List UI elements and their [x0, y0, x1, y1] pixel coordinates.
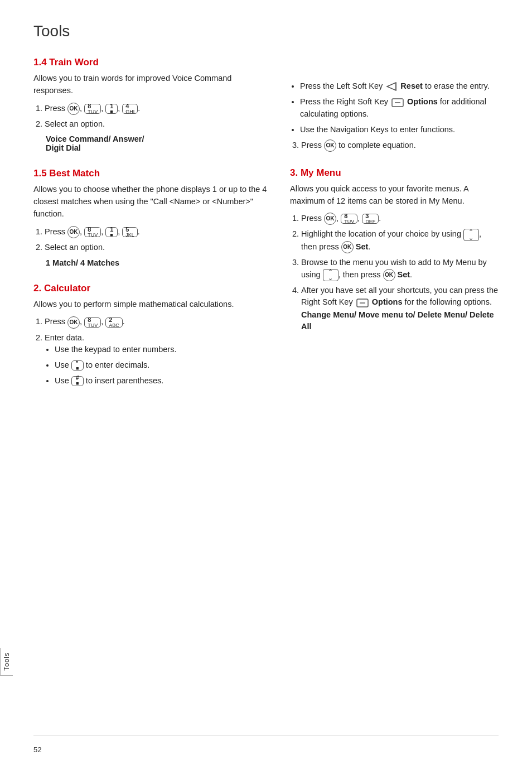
- section-desc-best-match: Allows you to choose whether the phone d…: [33, 184, 268, 220]
- two-column-layout: 1.4 Train Word Allows you to train words…: [33, 57, 499, 403]
- my-menu-step-2: Highlight the location of your choice by…: [301, 228, 499, 253]
- left-column: 1.4 Train Word Allows you to train words…: [33, 57, 268, 403]
- my-menu-step-4: After you have set all your shortcuts, y…: [301, 285, 499, 333]
- key-5jkl: 5JKL: [122, 227, 138, 237]
- section-calculator: 2. Calculator Allows you to perform simp…: [33, 283, 268, 387]
- section-my-menu: 3. My Menu Allows you quick access to yo…: [290, 167, 499, 333]
- key-1: 1■: [105, 104, 118, 114]
- best-match-step-1: Press OK, 8TUV, 1■, 5JKL.: [45, 226, 268, 238]
- calc-right-section: Press the Left Soft Key Reset to erase t…: [290, 80, 499, 152]
- best-match-steps: Press OK, 8TUV, 1■, 5JKL. Select an opti…: [45, 226, 268, 254]
- train-word-steps: Press OK, 8TUV, 1■, 4GHI. Select an opti…: [45, 103, 268, 131]
- calc-bullet-3: Use #■ to insert parentheses.: [55, 375, 268, 387]
- my-menu-steps: Press OK, 8TUV, 3DEF. Highlight the loca…: [301, 213, 499, 333]
- calc-bullet-2: Use *■ to enter decimals.: [55, 359, 268, 372]
- calc-step3-list: Press OK to complete equation.: [301, 139, 499, 152]
- calc-right-bullets: Press the Left Soft Key Reset to erase t…: [300, 80, 499, 136]
- key-ok-calc: OK: [67, 316, 80, 329]
- svg-marker-0: [387, 83, 396, 90]
- side-tab: Tools: [0, 648, 13, 676]
- nav-key-2: ⌃⌄: [463, 229, 479, 241]
- nav-key-3: ⌃⌄: [323, 269, 338, 281]
- key-ok-calc3: OK: [324, 139, 336, 152]
- calculator-steps: Press OK, 8TUV, 2ABC. Enter data. Use th…: [45, 316, 268, 387]
- section-title-best-match: 1.5 Best Match: [33, 168, 268, 179]
- train-word-step-2: Select an option.: [45, 118, 268, 131]
- key-ok-mm2: OK: [341, 241, 354, 253]
- train-word-step-1: Press OK, 8TUV, 1■, 4GHI.: [45, 103, 268, 115]
- key-1-bm: 1■: [105, 227, 118, 237]
- calc-step-2: Enter data. Use the keypad to enter numb…: [45, 332, 268, 387]
- page-number: 52: [33, 745, 41, 754]
- calc-bullet-nav: Use the Navigation Keys to enter functio…: [300, 124, 499, 136]
- section-title-my-menu: 3. My Menu: [290, 167, 499, 179]
- key-2abc: 2ABC: [105, 317, 123, 328]
- set-label-3: Set: [398, 270, 410, 279]
- key-8tuv-bm: 8TUV: [84, 227, 101, 237]
- best-match-step-2: Select an option.: [45, 242, 268, 254]
- set-label-2: Set: [356, 242, 369, 251]
- my-menu-step-1: Press OK, 8TUV, 3DEF.: [301, 213, 499, 225]
- key-ok: OK: [67, 103, 80, 115]
- page-container: Tools 1.4 Train Word Allows you to train…: [0, 0, 532, 765]
- page-divider: [33, 735, 499, 735]
- my-menu-step-3: Browse to the menu you wish to add to My…: [301, 257, 499, 281]
- right-soft-key-icon: [391, 96, 404, 108]
- right-column: Press the Left Soft Key Reset to erase t…: [290, 57, 499, 403]
- options-label-mm: Options: [372, 297, 403, 306]
- key-4ghi: 4GHI: [122, 104, 138, 114]
- key-ok-mm: OK: [324, 213, 336, 225]
- section-desc-my-menu: Allows you quick access to your favorite…: [290, 183, 499, 208]
- key-ok-mm3: OK: [383, 269, 395, 281]
- left-soft-key-icon: [386, 80, 397, 93]
- right-soft-key-icon-mm: [356, 297, 369, 309]
- calc-bullets: Use the keypad to enter numbers. Use *■ …: [55, 344, 268, 387]
- calc-step-1: Press OK, 8TUV, 2ABC.: [45, 316, 268, 328]
- calc-bullet-reset: Press the Left Soft Key Reset to erase t…: [300, 80, 499, 93]
- key-hash: #■: [71, 376, 84, 386]
- key-star: *■: [71, 360, 84, 371]
- options-label-calc: Options: [407, 97, 438, 106]
- key-8tuv-calc: 8TUV: [84, 317, 101, 328]
- section-train-word: 1.4 Train Word Allows you to train words…: [33, 57, 268, 152]
- key-ok-bm: OK: [67, 226, 80, 238]
- calc-bullet-options: Press the Right Soft Key Options for add…: [300, 96, 499, 121]
- reset-label: Reset: [400, 81, 423, 90]
- section-desc-calculator: Allows you to perform simple mathematica…: [33, 299, 268, 311]
- section-title-train-word: 1.4 Train Word: [33, 57, 268, 68]
- my-menu-options: Change Menu/ Move menu to/ Delete Menu/ …: [301, 310, 494, 331]
- key-3def: 3DEF: [362, 214, 379, 224]
- section-title-calculator: 2. Calculator: [33, 283, 268, 294]
- train-word-option: Voice Command/ Answer/Digit Dial: [46, 134, 268, 152]
- key-8tuv: 8TUV: [84, 104, 101, 114]
- key-8tuv-mm: 8TUV: [341, 214, 357, 224]
- calc-step-3: Press OK to complete equation.: [301, 139, 499, 152]
- section-desc-train-word: Allows you to train words for improved V…: [33, 73, 268, 97]
- page-title: Tools: [33, 22, 499, 40]
- calc-bullet-1: Use the keypad to enter numbers.: [55, 344, 268, 356]
- best-match-option: 1 Match/ 4 Matches: [46, 258, 268, 267]
- section-best-match: 1.5 Best Match Allows you to choose whet…: [33, 168, 268, 267]
